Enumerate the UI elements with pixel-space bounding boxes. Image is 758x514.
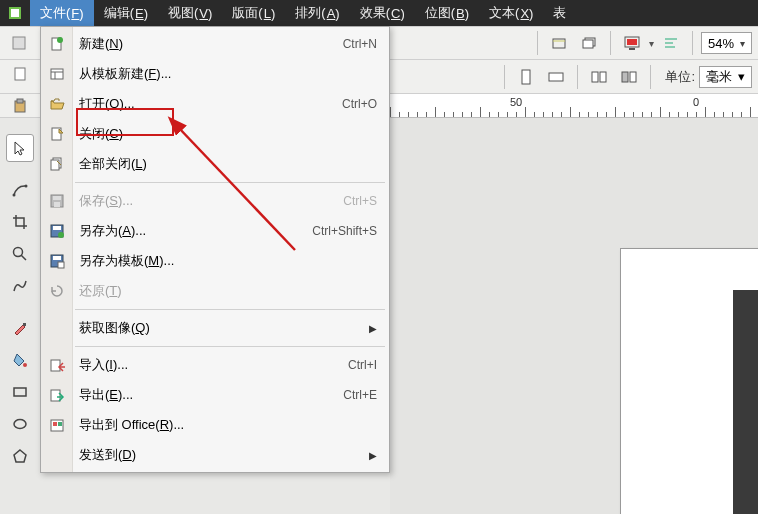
side-panel [733, 290, 758, 514]
menu-item-label: 导出到 Office(R)... [79, 416, 377, 434]
svg-rect-48 [51, 360, 60, 371]
tool-shape-icon[interactable] [6, 176, 34, 204]
menu-item-shortcut: Ctrl+O [342, 97, 377, 111]
toolbar-btn-generic[interactable] [6, 30, 32, 56]
orient-portrait-button[interactable] [513, 64, 539, 90]
blank-icon [47, 445, 67, 465]
svg-point-32 [57, 37, 63, 43]
menu-B[interactable]: 位图(B) [415, 0, 479, 26]
menu-item-label: 新建(N) [79, 35, 343, 53]
menu-item-label: 获取图像(Q) [79, 319, 361, 337]
open-icon [47, 94, 67, 114]
menu-L[interactable]: 版面(L) [222, 0, 285, 26]
ruler-label: 50 [510, 96, 522, 108]
menu-item-close[interactable]: 关闭(C) [41, 119, 389, 149]
menu-item-import[interactable]: 导入(I)...Ctrl+I [41, 350, 389, 380]
toolbar-btn-screen[interactable] [619, 30, 645, 56]
tool-ellipse-icon[interactable] [6, 410, 34, 438]
submenu-arrow-icon: ▶ [369, 450, 377, 461]
toolbox [6, 60, 40, 470]
svg-rect-28 [14, 388, 26, 396]
menu-item-open[interactable]: 打开(O)...Ctrl+O [41, 89, 389, 119]
submenu-arrow-icon: ▶ [369, 323, 377, 334]
svg-rect-47 [58, 262, 64, 268]
menu-item-exportoffice[interactable]: 导出到 Office(R)... [41, 410, 389, 440]
svg-rect-16 [600, 72, 606, 82]
menu-item-closeall[interactable]: 全部关闭(L) [41, 149, 389, 179]
orient-landscape-button[interactable] [543, 64, 569, 90]
toolbar-btn-window1[interactable] [546, 30, 572, 56]
svg-rect-21 [17, 99, 23, 103]
svg-rect-43 [53, 226, 61, 230]
canvas-area[interactable] [390, 118, 758, 514]
menu-item-label: 打开(O)... [79, 95, 342, 113]
menu-item-new[interactable]: 新建(N)Ctrl+N [41, 29, 389, 59]
menu-item-label: 导出(E)... [79, 386, 343, 404]
menu-item-label: 从模板新建(F)... [79, 65, 377, 83]
zoom-selector[interactable]: 54% ▾ [701, 32, 752, 54]
menu-bar: 文件(F)编辑(E)视图(V)版面(L)排列(A)效果(C)位图(B)文本(X)… [0, 0, 758, 26]
menu-X[interactable]: 文本(X) [479, 0, 543, 26]
svg-rect-19 [15, 68, 25, 80]
menu-item-acquire[interactable]: 获取图像(Q)▶ [41, 313, 389, 343]
menu-item-shortcut: Ctrl+N [343, 37, 377, 51]
tool-clipboard-icon[interactable] [6, 92, 34, 120]
close-icon [47, 124, 67, 144]
menu-A[interactable]: 排列(A) [285, 0, 349, 26]
svg-rect-54 [58, 422, 62, 426]
tool-pen-icon[interactable] [6, 314, 34, 342]
tool-fill-icon[interactable] [6, 346, 34, 374]
menu-V[interactable]: 视图(V) [158, 0, 222, 26]
svg-rect-53 [53, 422, 57, 426]
svg-rect-40 [53, 196, 61, 200]
tool-crop-icon[interactable] [6, 208, 34, 236]
unit-selector[interactable]: 毫米 ▾ [699, 66, 752, 88]
new-icon [47, 34, 67, 54]
ruler-label: 0 [693, 96, 699, 108]
tool-pick-icon[interactable] [6, 134, 34, 162]
tool-polygon-icon[interactable] [6, 442, 34, 470]
menu-item-shortcut: Ctrl+I [348, 358, 377, 372]
menu-item-shortcut: Ctrl+S [343, 194, 377, 208]
svg-point-22 [13, 194, 16, 197]
menu-8[interactable]: 表 [543, 0, 576, 26]
acquire-icon [47, 318, 67, 338]
toolbar-btn-bars[interactable] [658, 30, 684, 56]
tool-new-icon[interactable] [6, 60, 34, 88]
tool-zoom-icon[interactable] [6, 240, 34, 268]
menu-item-savetpl[interactable]: 另存为模板(M)... [41, 246, 389, 276]
svg-marker-30 [14, 450, 26, 462]
chevron-down-icon: ▾ [738, 69, 745, 84]
tool-rect-icon[interactable] [6, 378, 34, 406]
menu-item-label: 关闭(C) [79, 125, 377, 143]
menu-item-shortcut: Ctrl+E [343, 388, 377, 402]
svg-rect-14 [549, 73, 563, 81]
page-facing-button[interactable] [586, 64, 612, 90]
menu-item-save: 保存(S)...Ctrl+S [41, 186, 389, 216]
export-icon [47, 385, 67, 405]
import-icon [47, 355, 67, 375]
svg-point-27 [23, 363, 27, 367]
menu-item-shortcut: Ctrl+Shift+S [312, 224, 377, 238]
page-single-button[interactable] [616, 64, 642, 90]
menu-item-label: 导入(I)... [79, 356, 348, 374]
menu-item-saveas[interactable]: 另存为(A)...Ctrl+Shift+S [41, 216, 389, 246]
toolbar-btn-window2[interactable] [576, 30, 602, 56]
saveas-icon [47, 221, 67, 241]
menu-item-label: 还原(T) [79, 282, 377, 300]
svg-rect-3 [553, 39, 565, 48]
zoom-value: 54% [708, 36, 734, 51]
svg-rect-1 [11, 9, 19, 17]
menu-item-16[interactable]: 发送到(D)▶ [41, 440, 389, 470]
svg-rect-9 [629, 48, 635, 50]
menu-item-template[interactable]: 从模板新建(F)... [41, 59, 389, 89]
svg-line-25 [21, 255, 26, 260]
menu-C[interactable]: 效果(C) [350, 0, 415, 26]
tool-freehand-icon[interactable] [6, 272, 34, 300]
menu-F[interactable]: 文件(F) [30, 0, 94, 26]
menu-item-label: 全部关闭(L) [79, 155, 377, 173]
svg-rect-8 [627, 39, 637, 45]
chevron-down-icon: ▾ [740, 38, 745, 49]
menu-item-export[interactable]: 导出(E)...Ctrl+E [41, 380, 389, 410]
menu-E[interactable]: 编辑(E) [94, 0, 158, 26]
